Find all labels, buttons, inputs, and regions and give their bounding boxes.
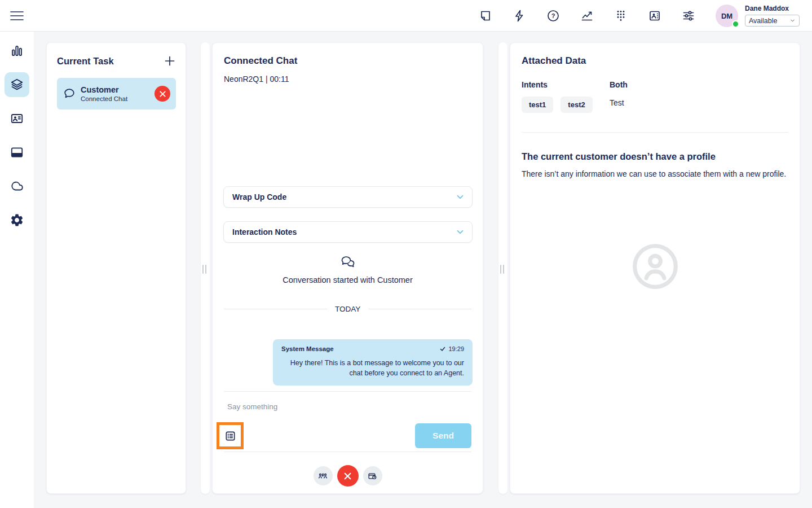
- sidebar-item-settings[interactable]: [5, 208, 29, 233]
- both-value: Test: [610, 98, 624, 107]
- menu-icon[interactable]: [10, 9, 24, 23]
- panel-resize-handle[interactable]: [498, 42, 508, 494]
- sidebar: [0, 32, 34, 508]
- chevron-down-icon: [455, 192, 465, 202]
- sidebar-item-interactions[interactable]: [5, 72, 29, 97]
- topbar-icon-group: ?: [479, 9, 695, 23]
- divider: [224, 452, 471, 452]
- end-chat-button[interactable]: [337, 465, 359, 487]
- status-select[interactable]: Available: [745, 15, 800, 27]
- user-avatar[interactable]: DM: [716, 5, 738, 27]
- status-value: Available: [749, 17, 778, 25]
- performance-icon[interactable]: [580, 9, 594, 23]
- chat-bubble-icon: [63, 87, 76, 100]
- preferences-icon[interactable]: [682, 9, 695, 23]
- intent-chip: test2: [561, 97, 592, 113]
- sidebar-item-apps[interactable]: [5, 140, 29, 165]
- sidebar-item-activity[interactable]: [5, 38, 29, 63]
- divider: [224, 391, 471, 392]
- conversation-start-text: Conversation started with Customer: [213, 275, 483, 284]
- chat-action-row: [213, 465, 483, 487]
- task-card-customer[interactable]: Customer Connected Chat: [57, 78, 176, 110]
- message-sender: System Message: [281, 345, 334, 352]
- message-time: 19:29: [448, 345, 464, 352]
- divider: [522, 132, 788, 133]
- svg-text:?: ?: [551, 12, 555, 19]
- profile-placeholder-icon: [630, 242, 680, 291]
- close-icon: [343, 472, 352, 480]
- close-task-button[interactable]: [155, 86, 170, 102]
- wrap-up-code-dropdown[interactable]: Wrap Up Code: [223, 186, 473, 208]
- park-interaction-button[interactable]: [363, 466, 382, 485]
- add-task-button[interactable]: [163, 54, 176, 68]
- both-label: Both: [610, 80, 628, 89]
- intents-chips: test1 test2: [522, 97, 593, 113]
- sidebar-item-cloud[interactable]: [5, 174, 29, 199]
- topbar: ? DM Dane Maddox Available: [0, 0, 812, 32]
- transfer-icon: [317, 471, 328, 481]
- help-icon[interactable]: ?: [546, 9, 560, 23]
- day-divider: TODAY: [224, 305, 471, 313]
- day-label: TODAY: [335, 305, 360, 313]
- chat-input[interactable]: [227, 400, 464, 413]
- contacts-icon[interactable]: [648, 9, 661, 23]
- chat-session-info: NeonR2Q1 | 00:11: [224, 75, 289, 84]
- grip-icon: [500, 265, 504, 274]
- interaction-notes-label: Interaction Notes: [232, 227, 297, 237]
- no-profile-text: There isn’t any information we can use t…: [522, 168, 788, 180]
- intents-label: Intents: [522, 80, 548, 89]
- message-text: Hey there! This is a bot message to welc…: [281, 358, 464, 378]
- canned-responses-highlight[interactable]: [217, 422, 244, 449]
- attached-data-panel: Attached Data Intents test1 test2 Both T…: [510, 42, 800, 494]
- wrap-up-code-label: Wrap Up Code: [232, 192, 286, 202]
- chevron-down-icon: [455, 227, 465, 237]
- dialpad-icon[interactable]: [614, 9, 628, 23]
- conversation-icon: [339, 254, 356, 271]
- task-subtitle: Connected Chat: [81, 95, 155, 102]
- chat-title: Connected Chat: [224, 55, 297, 67]
- intent-chip: test1: [522, 97, 553, 113]
- sidebar-item-contacts[interactable]: [5, 106, 29, 131]
- transfer-button[interactable]: [314, 466, 333, 485]
- attached-data-title: Attached Data: [522, 55, 586, 67]
- user-name: Dane Maddox: [745, 5, 801, 12]
- conversation-start: Conversation started with Customer: [213, 254, 483, 284]
- task-title: Customer: [81, 85, 155, 94]
- no-profile-title: The current customer doesn’t have a prof…: [522, 151, 716, 162]
- status-dot: [732, 20, 739, 28]
- user-block: Dane Maddox Available: [745, 5, 801, 27]
- connected-chat-panel: Connected Chat NeonR2Q1 | 00:11 Wrap Up …: [212, 42, 483, 494]
- box-clock-icon: [367, 471, 378, 481]
- interaction-notes-dropdown[interactable]: Interaction Notes: [223, 221, 473, 243]
- current-task-panel: Current Task Customer Connected Chat: [46, 42, 186, 494]
- grip-icon: [202, 265, 206, 274]
- send-button[interactable]: Send: [415, 423, 471, 448]
- quick-reply-icon[interactable]: [513, 9, 526, 23]
- note-icon[interactable]: [479, 9, 492, 23]
- panel-resize-handle[interactable]: [201, 42, 210, 494]
- canned-responses-icon: [224, 430, 237, 443]
- check-icon: [439, 345, 446, 352]
- current-task-title: Current Task: [57, 56, 114, 67]
- system-message-bubble: System Message 19:29 Hey there! This is …: [273, 339, 473, 386]
- message-status: 19:29: [439, 345, 464, 352]
